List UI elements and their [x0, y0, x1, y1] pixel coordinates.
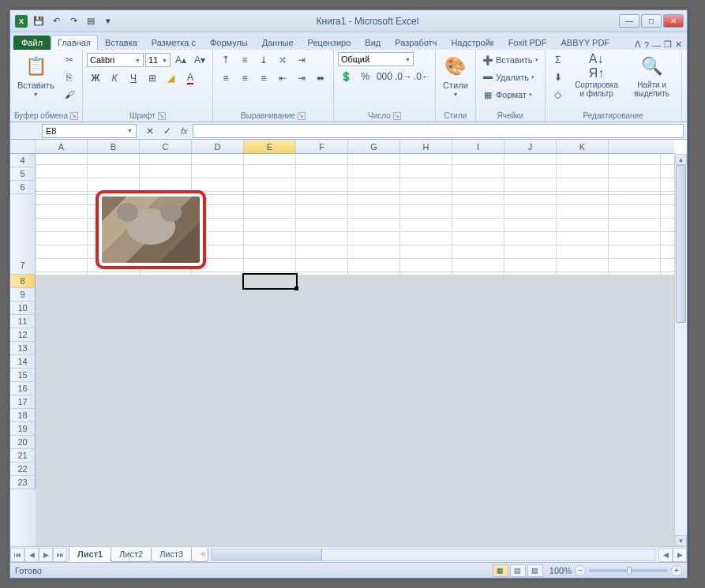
save-icon[interactable]: 💾 — [31, 13, 47, 29]
cut-icon[interactable]: ✂ — [61, 52, 78, 68]
font-color-icon[interactable]: A — [182, 70, 199, 86]
align-top-icon[interactable]: ⤒ — [217, 52, 234, 68]
col-header[interactable]: A — [36, 140, 88, 153]
next-sheet-icon[interactable]: ▶ — [39, 548, 53, 562]
embedded-picture-frame[interactable] — [96, 190, 206, 269]
fill-icon[interactable]: ⬇ — [549, 69, 567, 85]
tab-data[interactable]: Данные — [255, 35, 301, 50]
tab-abbyy[interactable]: ABBYY PDF — [554, 35, 617, 50]
col-header[interactable]: I — [452, 140, 504, 153]
doc-restore-icon[interactable]: ❐ — [664, 39, 672, 50]
cells-area[interactable] — [36, 154, 674, 546]
doc-minimize-icon[interactable]: — — [652, 40, 661, 50]
tab-insert[interactable]: Вставка — [98, 35, 144, 50]
row-header[interactable]: 19 — [10, 422, 36, 436]
hscroll-thumb[interactable] — [212, 549, 322, 560]
row-header[interactable]: 16 — [10, 382, 36, 395]
col-header[interactable]: E — [244, 140, 296, 153]
format-cells-button[interactable]: ▦Формат ▾ — [480, 87, 541, 103]
row-header[interactable]: 13 — [10, 342, 36, 355]
row-header[interactable]: 20 — [10, 436, 36, 449]
close-button[interactable]: ✕ — [663, 14, 684, 28]
shrink-font-icon[interactable]: A▾ — [191, 52, 208, 68]
number-format-combo[interactable]: Общий▼ — [338, 52, 414, 66]
fx-icon[interactable]: fx — [181, 126, 188, 136]
zoom-out-icon[interactable]: − — [575, 565, 586, 576]
zoom-in-icon[interactable]: + — [671, 565, 682, 576]
increase-indent-icon[interactable]: ⇥ — [293, 70, 310, 86]
wrap-text-icon[interactable]: ⇥ — [293, 52, 310, 68]
doc-close-icon[interactable]: ✕ — [675, 39, 682, 50]
sheet-tab[interactable]: Лист3 — [151, 548, 192, 562]
font-name-combo[interactable]: Calibri▼ — [87, 53, 144, 67]
row-header[interactable]: 12 — [10, 328, 36, 342]
scroll-thumb[interactable] — [676, 165, 686, 323]
col-header[interactable]: K — [557, 140, 609, 153]
col-header[interactable]: J — [504, 140, 557, 153]
view-layout-icon[interactable]: ▤ — [510, 564, 526, 577]
col-header[interactable]: H — [400, 140, 452, 153]
tab-foxit[interactable]: Foxit PDF — [501, 35, 554, 50]
sort-filter-button[interactable]: A↓Я↑ Сортировка и фильтр — [570, 52, 624, 99]
scroll-up-icon[interactable]: ▲ — [675, 154, 687, 165]
currency-icon[interactable]: 💲 — [338, 69, 355, 84]
row-header[interactable]: 18 — [10, 409, 36, 422]
font-dialog-launcher[interactable]: ↘ — [158, 112, 166, 120]
font-size-combo[interactable]: 11▼ — [145, 53, 171, 67]
row-header[interactable]: 22 — [10, 463, 36, 476]
col-header[interactable]: D — [192, 140, 244, 153]
help-icon[interactable]: ? — [644, 40, 649, 50]
selected-cell[interactable] — [244, 275, 296, 288]
align-center-icon[interactable]: ≡ — [236, 70, 253, 86]
number-dialog-launcher[interactable]: ↘ — [393, 112, 401, 120]
maximize-button[interactable]: □ — [641, 14, 662, 28]
tab-view[interactable]: Вид — [358, 35, 388, 50]
zoom-slider-thumb[interactable] — [627, 567, 632, 575]
minimize-button[interactable]: — — [619, 14, 639, 28]
tab-home[interactable]: Главная — [51, 35, 98, 50]
undo-icon[interactable]: ↶ — [48, 13, 64, 29]
row-header[interactable]: 7 — [10, 194, 36, 275]
clipboard-dialog-launcher[interactable]: ↘ — [70, 112, 78, 120]
cancel-formula-icon[interactable]: ✕ — [141, 123, 159, 139]
qat-customize-icon[interactable]: ▾ — [100, 13, 116, 29]
merge-icon[interactable]: ⬌ — [312, 70, 329, 86]
bold-button[interactable]: Ж — [87, 70, 104, 86]
scroll-down-icon[interactable]: ▼ — [675, 535, 687, 546]
grow-font-icon[interactable]: A▴ — [172, 52, 189, 68]
view-pagebreak-icon[interactable]: ▧ — [527, 564, 543, 577]
row-header[interactable]: 23 — [10, 476, 36, 489]
col-header[interactable]: G — [348, 140, 400, 153]
row-header[interactable]: 10 — [10, 301, 36, 315]
last-sheet-icon[interactable]: ⏭ — [53, 548, 67, 562]
row-header[interactable]: 15 — [10, 369, 36, 382]
zoom-level[interactable]: 100% — [549, 566, 572, 575]
row-header[interactable]: 17 — [10, 395, 36, 409]
row-header[interactable]: 8 — [10, 275, 36, 288]
fill-color-icon[interactable]: ◢ — [163, 70, 180, 86]
formula-input[interactable] — [193, 124, 684, 138]
name-box[interactable]: E8▼ — [42, 124, 137, 138]
scroll-left-icon[interactable]: ◀ — [658, 548, 673, 562]
percent-icon[interactable]: % — [357, 69, 374, 84]
excel-icon[interactable]: X — [13, 13, 29, 29]
increase-decimal-icon[interactable]: .0→ — [395, 69, 412, 84]
sheet-tab[interactable]: Лист2 — [111, 548, 152, 562]
print-icon[interactable]: ▤ — [83, 13, 99, 29]
row-header[interactable]: 21 — [10, 449, 36, 463]
tab-formulas[interactable]: Формулы — [203, 35, 255, 50]
align-right-icon[interactable]: ≡ — [255, 70, 272, 86]
new-sheet-icon[interactable]: ✧ — [191, 548, 208, 562]
decrease-decimal-icon[interactable]: .0← — [414, 69, 431, 84]
align-middle-icon[interactable]: ≡ — [236, 52, 253, 68]
prev-sheet-icon[interactable]: ◀ — [24, 548, 39, 562]
first-sheet-icon[interactable]: ⏮ — [10, 548, 24, 562]
borders-icon[interactable]: ⊞ — [144, 70, 161, 86]
row-header[interactable]: 4 — [10, 154, 36, 167]
italic-button[interactable]: К — [106, 70, 123, 86]
row-header[interactable]: 14 — [10, 355, 36, 369]
view-normal-icon[interactable]: ▦ — [493, 564, 508, 577]
paste-button[interactable]: 📋 Вставить ▼ — [14, 52, 58, 99]
horizontal-scrollbar[interactable] — [211, 549, 655, 561]
autosum-icon[interactable]: Σ — [549, 52, 567, 68]
